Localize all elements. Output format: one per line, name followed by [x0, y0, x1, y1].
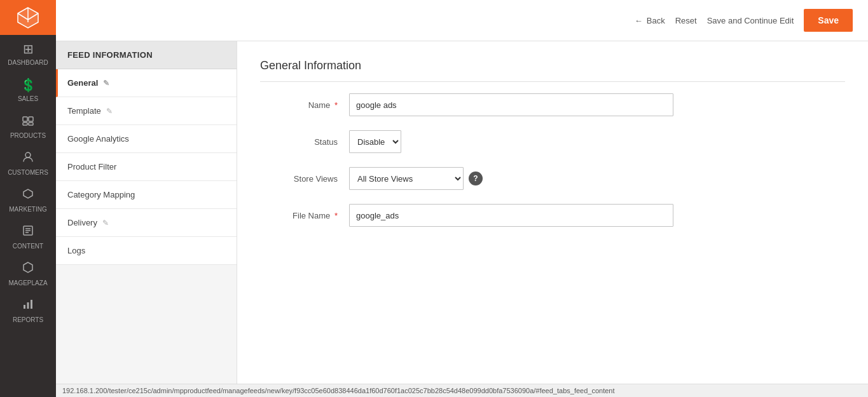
sidebar-item-marketing[interactable]: MARKETING [0, 181, 56, 218]
nav-item-template[interactable]: Template ✎ [56, 97, 237, 125]
nav-google-analytics-label: Google Analytics [67, 134, 129, 144]
save-button[interactable]: Save [804, 9, 853, 32]
nav-logs-label: Logs [67, 246, 85, 255]
delivery-edit-icon[interactable]: ✎ [102, 219, 109, 227]
svg-rect-9 [24, 305, 25, 309]
sidebar-item-customers[interactable]: CUSTOMERS [0, 144, 56, 181]
name-label: Name * [260, 100, 349, 110]
nav-category-mapping-label: Category Mapping [67, 190, 135, 199]
feed-information-title: FEED INFORMATION [56, 41, 237, 69]
store-views-select[interactable]: All Store Views [349, 167, 464, 190]
reset-button[interactable]: Reset [675, 16, 697, 25]
marketing-icon [22, 187, 34, 203]
sidebar-item-products[interactable]: PRODUCTS [0, 107, 56, 144]
nav-item-general[interactable]: General ✎ [56, 69, 237, 97]
topbar: ← Back Reset Save and Continue Edit Save [56, 0, 868, 41]
sidebar: ⊞ DASHBOARD 💲 SALES PRODUCTS CUSTOMERS M… [0, 0, 56, 397]
svg-rect-3 [29, 123, 33, 125]
mageplaza-icon [22, 261, 34, 277]
general-edit-icon[interactable]: ✎ [103, 79, 109, 88]
status-row: Status Enable Disable [260, 130, 845, 153]
status-select[interactable]: Enable Disable [349, 130, 401, 153]
nav-template-label: Template [67, 106, 101, 116]
products-icon [22, 114, 34, 130]
store-views-label: Store Views [260, 174, 349, 184]
dashboard-icon: ⊞ [23, 41, 34, 57]
name-required: * [334, 100, 338, 110]
store-views-select-wrap: All Store Views ? [349, 167, 483, 190]
status-select-wrap: Enable Disable [349, 130, 401, 153]
nav-item-delivery[interactable]: Delivery ✎ [56, 209, 237, 237]
sidebar-item-reports[interactable]: REPORTS [0, 292, 56, 328]
file-name-row: File Name * [260, 204, 845, 227]
file-name-label: File Name * [260, 211, 349, 220]
nav-delivery-label: Delivery [67, 218, 97, 227]
sidebar-item-dashboard[interactable]: ⊞ DASHBOARD [0, 35, 56, 71]
nav-item-logs[interactable]: Logs [56, 237, 237, 265]
reports-icon [22, 298, 34, 314]
back-arrow-icon: ← [635, 16, 643, 25]
name-input[interactable] [349, 93, 673, 116]
customers-icon [22, 151, 34, 166]
store-views-row: Store Views All Store Views ? [260, 167, 845, 190]
svg-rect-1 [29, 117, 33, 121]
main-content: ← Back Reset Save and Continue Edit Save… [56, 0, 868, 397]
name-row: Name * [260, 93, 845, 116]
content-icon [22, 224, 34, 240]
nav-item-category-mapping[interactable]: Category Mapping [56, 181, 237, 209]
template-edit-icon[interactable]: ✎ [106, 107, 113, 116]
svg-rect-0 [23, 117, 27, 121]
status-bar: 192.168.1.200/tester/ce215c/admin/mpprod… [56, 384, 868, 397]
back-button[interactable]: ← Back [635, 16, 665, 25]
nav-product-filter-label: Product Filter [67, 162, 116, 172]
status-label: Status [260, 137, 349, 147]
sidebar-item-sales[interactable]: 💲 SALES [0, 71, 56, 107]
save-continue-button[interactable]: Save and Continue Edit [707, 16, 794, 25]
svg-point-4 [25, 152, 31, 158]
svg-rect-2 [23, 123, 27, 125]
nav-item-product-filter[interactable]: Product Filter [56, 153, 237, 181]
sidebar-item-content[interactable]: CONTENT [0, 218, 56, 255]
content-area: FEED INFORMATION General ✎ Template ✎ Go… [56, 41, 868, 384]
svg-rect-10 [27, 302, 29, 309]
left-panel: FEED INFORMATION General ✎ Template ✎ Go… [56, 41, 237, 384]
file-name-required: * [334, 211, 338, 220]
nav-general-label: General [67, 78, 98, 88]
section-title: General Information [260, 59, 845, 82]
nav-item-google-analytics[interactable]: Google Analytics [56, 125, 237, 153]
file-name-input[interactable] [349, 204, 673, 227]
sales-icon: 💲 [20, 77, 36, 93]
form-area: General Information Name * Status Enable… [237, 41, 868, 384]
sidebar-item-mageplaza[interactable]: MAGEPLAZA [0, 255, 56, 292]
store-views-help-icon[interactable]: ? [469, 172, 483, 185]
sidebar-logo[interactable] [0, 0, 56, 35]
svg-rect-11 [31, 300, 32, 309]
